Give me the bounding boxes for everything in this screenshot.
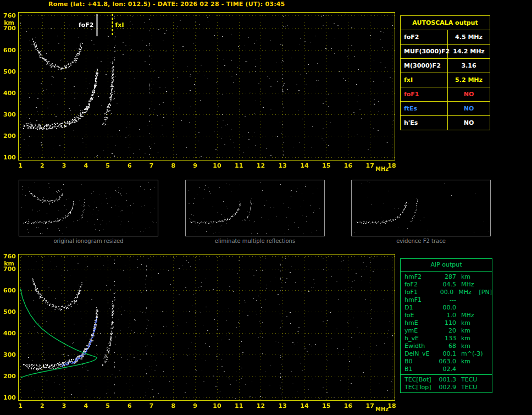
thumbnail-eliminate-reflections [185, 180, 325, 236]
autoscala-row-label: fxI [401, 73, 448, 87]
autoscala-row-value: 4.5 MHz [448, 30, 490, 44]
aip-row-name: foF2 [401, 281, 436, 289]
aip-row-value: 133 [436, 335, 456, 342]
aip-table-header: AIP output [401, 259, 492, 272]
aip-row-unit [456, 296, 480, 304]
autoscala-row-5: ftEsNO [401, 102, 490, 116]
aip-row-value: 110 [436, 319, 456, 327]
aip-row-5: foE1.0MHz [401, 312, 492, 319]
aip-row-unit: km [456, 342, 480, 350]
aip-row-unit: m^(-3) [456, 350, 480, 358]
autoscala-row-value: 14.2 MHz [448, 45, 490, 58]
autoscala-table-rows: foF24.5 MHzMUF(3000)F214.2 MHzM(3000)F23… [401, 30, 490, 130]
aip-row-extra [480, 312, 492, 319]
aip-tec-value: 002.9 [436, 384, 456, 391]
aip-row-name: foE [401, 312, 436, 319]
page-title: Rome (lat: +41.8, lon: 012.5) - DATE: 20… [48, 1, 285, 8]
autoscala-row-value: 5.2 MHz [448, 73, 490, 87]
aip-row-name: B0 [401, 358, 436, 366]
aip-row-extra [480, 319, 492, 327]
autoscala-window: Rome (lat: +41.8, lon: 012.5) - DATE: 20… [0, 0, 532, 415]
thumbnail-evidence-f2-trace [351, 180, 491, 236]
aip-row-extra [480, 327, 492, 335]
thumbnail-caption-1: original ionogram resized [19, 238, 158, 244]
aip-row-name: D1 [401, 304, 436, 312]
aip-row-9: Ewidth68km [401, 342, 492, 350]
aip-row-11: B0063.0km [401, 358, 492, 366]
autoscala-row-6: h'EsNO [401, 116, 490, 130]
aip-row-extra: [PN] [476, 289, 492, 296]
aip-row-name: h_vE [401, 335, 436, 342]
aip-table-rows: hmF2287kmfoF204.5MHzfoF100.0MHz[PN]hmF1-… [401, 272, 492, 392]
autoscala-row-4: foF1NO [401, 87, 490, 102]
top-ionogram-plot [0, 9, 398, 174]
aip-row-value: 20 [436, 327, 456, 335]
aip-row-extra [480, 342, 492, 350]
aip-tec-separator: TEC[Bot]001.3TECUTEC[Top]002.9TECU [401, 374, 492, 391]
aip-row-name: Ewidth [401, 342, 436, 350]
autoscala-row-value: NO [448, 102, 490, 115]
aip-row-name: DelN_vE [401, 350, 436, 358]
aip-tec-unit: TECU [456, 376, 480, 384]
aip-row-value: 68 [436, 342, 456, 350]
aip-tec-value: 001.3 [436, 376, 456, 384]
bottom-ionogram-plot [0, 251, 398, 415]
aip-row-extra [480, 358, 492, 366]
aip-row-extra [480, 296, 492, 304]
aip-row-unit: MHz [453, 289, 476, 296]
autoscala-row-3: fxI5.2 MHz [401, 73, 490, 87]
aip-row-name: hmF1 [401, 296, 436, 304]
aip-row-unit: MHz [456, 281, 480, 289]
aip-row-value: --- [436, 296, 456, 304]
aip-output-table: AIP output hmF2287kmfoF204.5MHzfoF100.0M… [400, 258, 492, 393]
aip-row-3: hmF1--- [401, 296, 492, 304]
aip-row-extra [480, 304, 492, 312]
autoscala-row-0: foF24.5 MHz [401, 30, 490, 45]
autoscala-row-label: M(3000)F2 [401, 59, 448, 73]
thumbnail-original-ionogram [19, 180, 158, 236]
autoscala-row-label: MUF(3000)F2 [401, 45, 448, 58]
aip-row-extra [480, 281, 492, 289]
autoscala-output-table: AUTOSCALA output foF24.5 MHzMUF(3000)F21… [400, 15, 490, 130]
aip-row-value: 04.5 [436, 281, 456, 289]
aip-row-10: DelN_vE00.1m^(-3) [401, 350, 492, 358]
autoscala-table-header: AUTOSCALA output [401, 16, 490, 30]
aip-row-6: hmE110km [401, 319, 492, 327]
autoscala-row-value: NO [448, 87, 490, 101]
aip-row-unit: km [456, 327, 480, 335]
aip-row-unit: km [456, 358, 480, 366]
autoscala-row-value: 3.16 [448, 59, 490, 73]
aip-row-value: 02.4 [436, 366, 456, 373]
aip-row-name: hmE [401, 319, 436, 327]
aip-row-0: hmF2287km [401, 273, 492, 281]
aip-row-extra [480, 350, 492, 358]
aip-tec-row-0: TEC[Bot]001.3TECU [401, 376, 492, 384]
aip-tec-row-1: TEC[Top]002.9TECU [401, 384, 492, 391]
aip-row-1: foF204.5MHz [401, 281, 492, 289]
aip-row-extra [480, 273, 492, 281]
aip-row-unit: km [456, 273, 480, 281]
thumbnail-caption-2: eliminate multiple reflections [186, 238, 324, 244]
autoscala-row-label: foF2 [401, 30, 448, 44]
aip-row-unit [456, 366, 480, 373]
aip-tec-name: TEC[Top] [401, 384, 436, 391]
aip-row-extra [480, 335, 492, 342]
aip-tec-unit: TECU [456, 384, 480, 391]
aip-row-value: 287 [436, 273, 456, 281]
aip-row-value: 00.0 [435, 289, 453, 296]
aip-row-extra [480, 366, 492, 373]
aip-row-unit: km [456, 319, 480, 327]
autoscala-row-1: MUF(3000)F214.2 MHz [401, 45, 490, 59]
aip-row-7: ymE20km [401, 327, 492, 335]
aip-tec-name: TEC[Bot] [401, 376, 436, 384]
aip-row-unit: MHz [456, 312, 480, 319]
autoscala-row-label: h'Es [401, 116, 448, 130]
thumbnail-caption-3: evidence F2 trace [352, 238, 490, 244]
autoscala-row-label: ftEs [401, 102, 448, 115]
aip-row-value: 063.0 [436, 358, 456, 366]
aip-row-name: foF1 [401, 289, 435, 296]
aip-row-unit: km [456, 335, 480, 342]
aip-row-name: hmF2 [401, 273, 436, 281]
autoscala-row-label: foF1 [401, 87, 448, 101]
aip-row-name: B1 [401, 366, 436, 373]
